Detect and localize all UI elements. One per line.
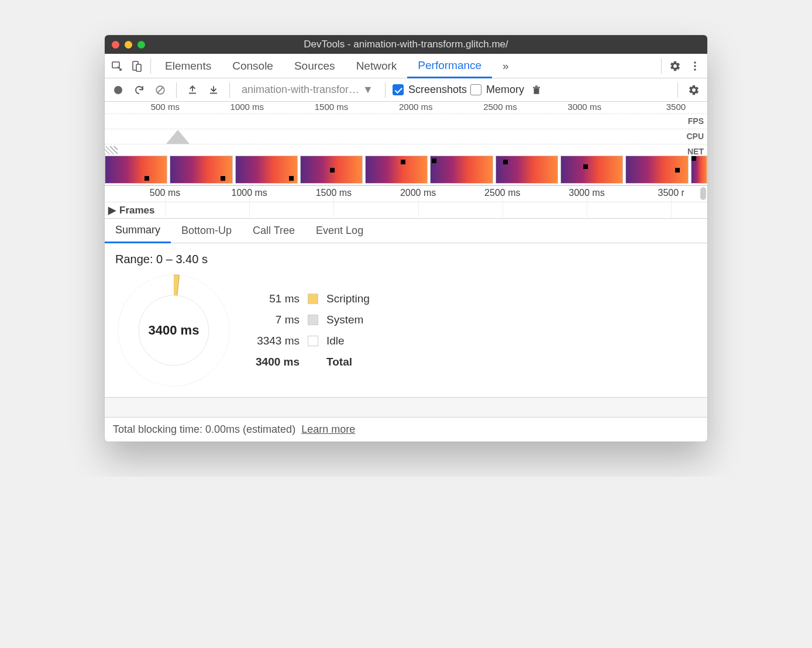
overview-panel[interactable]: 500 ms1000 ms1500 ms2000 ms2500 ms3000 m…: [105, 102, 707, 186]
fps-lane: FPS: [105, 113, 707, 129]
svg-rect-9: [189, 92, 196, 94]
tab-call-tree[interactable]: Call Tree: [242, 219, 305, 243]
checkbox-icon: [470, 84, 481, 95]
window-close-button[interactable]: [112, 41, 119, 49]
tab-console[interactable]: Console: [222, 54, 284, 78]
tab-event-log[interactable]: Event Log: [305, 219, 374, 243]
legend-total-label: Total: [326, 356, 370, 368]
tabs-overflow[interactable]: »: [492, 54, 519, 78]
window-title: DevTools - animation-with-transform.glit…: [105, 39, 707, 50]
cpu-label: CPU: [686, 132, 704, 141]
screenshot-thumb[interactable]: [430, 156, 493, 184]
screenshots-checkbox[interactable]: Screenshots: [393, 84, 467, 96]
ruler-tick: 3000 ms: [567, 102, 605, 112]
legend-value: 3343 ms: [256, 335, 300, 347]
separator: [385, 82, 386, 98]
frames-label: Frames: [119, 205, 154, 216]
ruler-tick: 2000 ms: [400, 188, 436, 198]
ruler-tick: 3000 ms: [569, 188, 604, 198]
save-profile-icon[interactable]: [205, 81, 222, 99]
window-minimize-button[interactable]: [125, 41, 132, 49]
legend-swatch: [308, 336, 318, 346]
summary-panel: Range: 0 – 3.40 s 3400 ms 51 msScripting…: [105, 243, 707, 397]
svg-point-5: [694, 68, 696, 71]
legend-value: 7 ms: [256, 313, 300, 326]
svg-rect-2: [136, 64, 141, 71]
legend-total-value: 3400 ms: [256, 356, 300, 368]
timeline-area[interactable]: 500 ms1000 ms1500 ms2000 ms2500 ms3000 m…: [105, 186, 707, 219]
legend-label: Idle: [326, 335, 370, 347]
screenshot-thumb[interactable]: [496, 156, 558, 184]
capture-settings-gear-icon[interactable]: [685, 81, 703, 99]
blocking-time-text: Total blocking time: 0.00ms (estimated): [113, 423, 295, 436]
overview-ruler: 500 ms1000 ms1500 ms2000 ms2500 ms3000 m…: [105, 102, 707, 113]
net-activity: [105, 146, 118, 154]
window-zoom-button[interactable]: [137, 41, 145, 49]
memory-checkbox[interactable]: Memory: [470, 84, 524, 96]
screenshot-thumb[interactable]: [235, 156, 298, 184]
filmstrip[interactable]: [105, 154, 707, 185]
tab-network[interactable]: Network: [346, 54, 408, 78]
ruler-tick: 1500 ms: [316, 188, 352, 198]
record-button-icon[interactable]: [109, 81, 127, 99]
separator: [677, 82, 678, 98]
summary-donut-chart: 3400 ms: [115, 272, 232, 389]
overview-lanes: FPS CPU NET: [105, 113, 707, 154]
cpu-lane: CPU: [105, 129, 707, 144]
summary-legend: 51 msScripting7 msSystem3343 msIdle3400 …: [256, 292, 370, 368]
reload-record-icon[interactable]: [130, 81, 148, 99]
tab-performance[interactable]: Performance: [407, 54, 492, 78]
ruler-tick: 1500 ms: [315, 102, 352, 112]
settings-gear-icon[interactable]: [665, 54, 685, 78]
traffic-lights: [112, 41, 145, 49]
legend-label: Scripting: [326, 292, 370, 305]
screenshot-thumb[interactable]: [560, 156, 623, 184]
svg-line-8: [158, 87, 163, 92]
legend-value: 51 ms: [256, 292, 300, 305]
inspect-element-icon[interactable]: [107, 54, 127, 78]
profile-dropdown[interactable]: animation-with-transfor… ▼: [237, 84, 378, 96]
ruler-tick: 500 ms: [150, 188, 180, 198]
screenshot-thumb[interactable]: [300, 156, 363, 184]
ruler-tick: 1000 ms: [232, 188, 267, 198]
frames-row[interactable]: ▶ Frames: [105, 202, 707, 219]
devtools-window: DevTools - animation-with-transform.glit…: [105, 35, 707, 442]
chevron-down-icon: ▼: [363, 84, 373, 96]
clear-icon[interactable]: [152, 81, 169, 99]
screenshots-label: Screenshots: [408, 84, 467, 96]
screenshot-thumb[interactable]: [170, 156, 232, 184]
screenshot-thumb[interactable]: [691, 156, 707, 184]
svg-point-4: [694, 65, 696, 67]
perf-toolbar: animation-with-transfor… ▼ Screenshots M…: [105, 78, 707, 102]
checkbox-icon: [393, 84, 404, 95]
device-toolbar-icon[interactable]: [127, 54, 147, 78]
separator: [176, 82, 177, 98]
memory-label: Memory: [486, 84, 524, 96]
load-profile-icon[interactable]: [184, 81, 201, 99]
tab-sources[interactable]: Sources: [284, 54, 346, 78]
svg-rect-13: [535, 85, 538, 87]
screenshot-thumb[interactable]: [365, 156, 428, 184]
screenshot-thumb[interactable]: [105, 156, 167, 184]
titlebar: DevTools - animation-with-transform.glit…: [105, 35, 707, 54]
svg-rect-11: [534, 88, 539, 94]
profile-label: animation-with-transfor…: [242, 84, 359, 96]
scrollbar-thumb[interactable]: [700, 187, 706, 200]
kebab-menu-icon[interactable]: [685, 54, 705, 78]
cpu-spike: [166, 130, 190, 144]
expand-triangle-icon[interactable]: ▶: [108, 204, 116, 216]
learn-more-link[interactable]: Learn more: [301, 423, 355, 436]
ruler-tick: 2000 ms: [399, 102, 436, 112]
tab-elements[interactable]: Elements: [154, 54, 222, 78]
range-text: Range: 0 – 3.40 s: [115, 253, 697, 266]
net-lane: NET: [105, 144, 707, 154]
tab-summary[interactable]: Summary: [105, 219, 171, 243]
ruler-tick: 2500 ms: [484, 188, 520, 198]
gc-trash-icon[interactable]: [528, 81, 545, 99]
ruler-tick: 1000 ms: [230, 102, 268, 112]
drawer-resizer[interactable]: [105, 397, 707, 417]
tab-bottom-up[interactable]: Bottom-Up: [171, 219, 242, 243]
screenshot-thumb[interactable]: [625, 156, 688, 184]
timeline-ruler: 500 ms1000 ms1500 ms2000 ms2500 ms3000 m…: [105, 186, 707, 202]
ruler-tick: 3500 r: [658, 188, 684, 198]
